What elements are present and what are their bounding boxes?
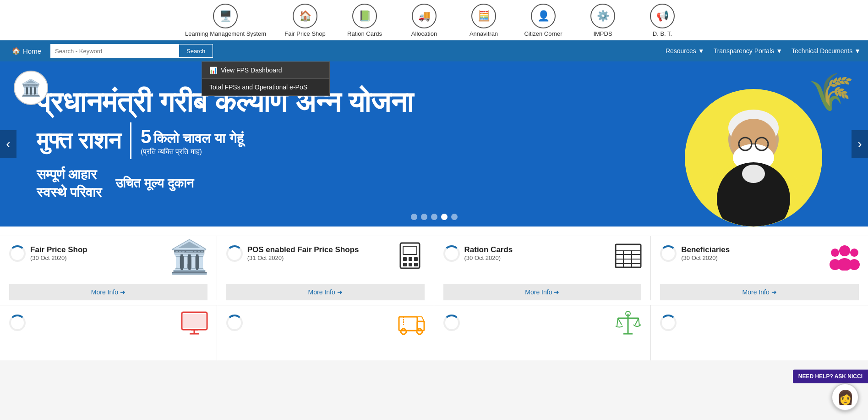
citizen-corner-icon: 👤 — [531, 4, 556, 28]
hero-banner: 🏛️ ‹ प्रधानमंत्री गरीब कल्याण अन्न योजना… — [0, 61, 868, 227]
ben-icon — [829, 241, 861, 277]
svg-point-6 — [742, 165, 765, 183]
nav-allocation[interactable]: 🚚 Allocation — [404, 4, 445, 37]
fps-more-info-button[interactable]: More Info ➜ — [9, 284, 207, 300]
nav-fair-price-shop[interactable]: 🏠 Fair Price Shop — [284, 4, 326, 37]
rc-more-info-button[interactable]: More Info ➜ — [443, 284, 642, 300]
ben-loading-spinner — [660, 245, 677, 262]
r2-2-spinner — [226, 315, 243, 331]
svg-rect-11 — [403, 246, 417, 254]
total-fps-operational-item[interactable]: Total FPSs and Operational e-PoS — [202, 79, 329, 95]
svg-rect-13 — [409, 257, 412, 261]
banner-divider — [130, 122, 131, 159]
svg-rect-15 — [403, 263, 407, 266]
fps-loading-spinner — [9, 245, 26, 262]
nav-dbt[interactable]: 📢 D. B. T. — [642, 4, 683, 37]
stats-section: Fair Price Shop (30 Oct 2020) 🏛️ More In… — [0, 227, 868, 360]
transparency-menu[interactable]: Transparency Portals ▼ — [714, 47, 782, 55]
stat-row2-1 — [0, 305, 217, 360]
resources-chevron-icon: ▼ — [698, 47, 704, 55]
technical-chevron-icon: ▼ — [854, 47, 861, 55]
stat-row2-4 — [651, 305, 868, 360]
banner-next-button[interactable]: › — [852, 130, 868, 158]
nav-impds[interactable]: ⚙️ IMPDS — [582, 4, 623, 37]
view-fps-dashboard-item[interactable]: 📊 View FPS Dashboard — [202, 62, 329, 79]
dot-4[interactable] — [441, 214, 448, 220]
nav-annavitran[interactable]: 🧮 Annavitran — [463, 4, 504, 37]
r2-2-icon — [397, 310, 426, 337]
government-emblem: 🏛️ — [14, 71, 48, 105]
dbt-icon: 📢 — [650, 4, 675, 28]
fair-price-shop-icon: 🏠 — [293, 4, 317, 28]
nav-learning-management[interactable]: 🖥️ Learning Management System — [185, 4, 266, 37]
svg-rect-19 — [616, 244, 641, 251]
pos-more-info-button[interactable]: More Info ➜ — [226, 284, 425, 300]
svg-rect-16 — [409, 263, 412, 266]
banner-kg-number: 5 — [141, 126, 151, 147]
dashboard-icon: 📊 — [209, 66, 217, 74]
technical-documents-menu[interactable]: Technical Documents ▼ — [792, 47, 861, 55]
banner-kg-unit: किलो चावल या गेहूं — [153, 131, 244, 146]
nav-right: Resources ▼ Transparency Portals ▼ Techn… — [666, 47, 861, 55]
ration-cards-icon: 📗 — [352, 4, 377, 28]
nav-ration-cards[interactable]: 📗 Ration Cards — [344, 4, 385, 37]
dot-2[interactable] — [421, 214, 427, 220]
stat-beneficiaries: Beneficiaries (30 Oct 2020) — [651, 236, 868, 300]
r2-3-spinner — [443, 315, 460, 331]
nav-citizen-corner[interactable]: 👤 Citizen Corner — [523, 4, 564, 37]
search-input[interactable] — [50, 44, 179, 58]
allocation-icon: 🚚 — [412, 4, 437, 28]
pos-arrow-icon: ➜ — [337, 288, 343, 296]
transparency-chevron-icon: ▼ — [776, 47, 782, 55]
rc-icon — [613, 241, 643, 272]
pos-icon — [397, 241, 426, 277]
svg-point-27 — [831, 249, 839, 257]
fps-icon: 🏛️ — [169, 241, 209, 273]
search-container: Search — [50, 44, 213, 58]
banner-sub-title: मुफ्त राशन — [37, 127, 121, 155]
stat-row2-3 — [434, 305, 651, 360]
svg-line-45 — [617, 318, 618, 326]
svg-point-29 — [850, 249, 858, 257]
impds-icon: ⚙️ — [590, 4, 615, 28]
banner-image — [685, 89, 822, 227]
stat-fair-price-shop: Fair Price Shop (30 Oct 2020) 🏛️ More In… — [0, 236, 217, 300]
stat-ration-cards: Ration Cards (30 Oct 2020) More — [434, 236, 651, 300]
ben-more-info-button[interactable]: More Info ➜ — [660, 284, 859, 300]
dot-1[interactable] — [411, 214, 417, 220]
fps-arrow-icon: ➜ — [120, 288, 126, 296]
r2-3-icon — [613, 310, 643, 339]
wheat-icon: 🌾 — [808, 71, 854, 114]
r2-4-spinner — [660, 315, 677, 331]
stats-row-1: Fair Price Shop (30 Oct 2020) 🏛️ More In… — [0, 236, 868, 300]
svg-point-25 — [839, 245, 850, 256]
banner-bottom-left-text: सम्पूर्ण आहार स्वस्थे परिवार — [37, 166, 102, 201]
person-image — [685, 89, 822, 227]
svg-line-47 — [635, 318, 639, 325]
svg-point-28 — [830, 259, 841, 270]
banner-bottom-right-text: उचित मूल्य दुकान — [115, 176, 194, 191]
banner-kg-sub: (प्रति व्यक्ति प्रति माह) — [141, 148, 244, 156]
home-icon: 🏠 — [12, 47, 21, 55]
stats-row-2 — [0, 305, 868, 360]
fps-dropdown: 📊 View FPS Dashboard Total FPSs and Oper… — [202, 61, 330, 96]
home-button[interactable]: 🏠 Home — [7, 47, 46, 55]
banner-prev-button[interactable]: ‹ — [0, 130, 16, 158]
top-icon-nav: 🖥️ Learning Management System 🏠 Fair Pri… — [0, 0, 868, 40]
rc-loading-spinner — [443, 245, 460, 262]
svg-line-46 — [618, 318, 622, 325]
svg-rect-36 — [399, 317, 417, 331]
dot-3[interactable] — [431, 214, 437, 220]
svg-rect-32 — [183, 314, 206, 328]
svg-point-40 — [417, 329, 422, 334]
ben-arrow-icon: ➜ — [771, 288, 777, 296]
svg-rect-12 — [403, 257, 407, 261]
main-navbar: 🏠 Home Search 📊 View FPS Dashboard Total… — [0, 40, 868, 61]
svg-line-48 — [639, 318, 639, 326]
annavitran-icon: 🧮 — [471, 4, 496, 28]
stat-pos-fps: POS enabled Fair Price Shops (31 Oct 202… — [217, 236, 434, 300]
search-button[interactable]: Search — [179, 44, 213, 58]
svg-rect-17 — [414, 263, 418, 266]
resources-menu[interactable]: Resources ▼ — [666, 47, 704, 55]
dot-5[interactable] — [451, 214, 458, 220]
